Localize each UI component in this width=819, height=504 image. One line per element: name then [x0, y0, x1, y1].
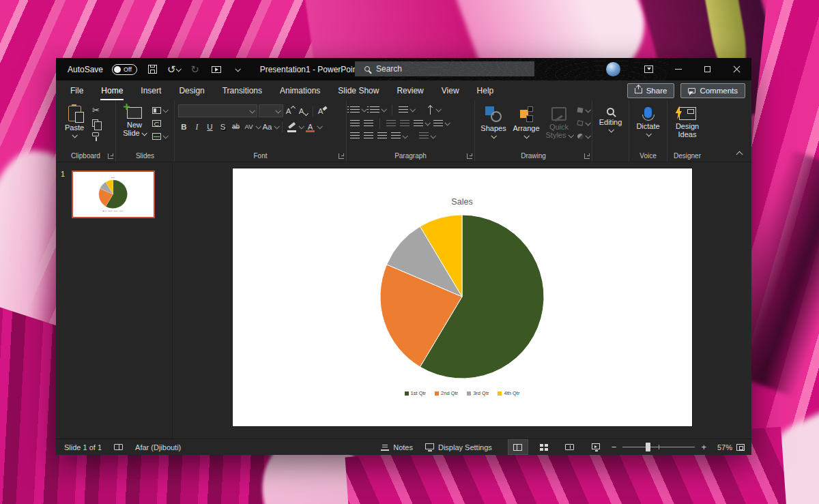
shapes-button[interactable]: Shapes [478, 103, 508, 150]
collapse-ribbon-button[interactable] [736, 151, 743, 158]
copy-button[interactable] [92, 119, 100, 128]
list-level-button[interactable] [399, 106, 414, 115]
arrange-button[interactable]: Arrange [511, 103, 541, 150]
shape-effects-button[interactable] [577, 132, 590, 140]
comments-button[interactable]: Comments [680, 83, 745, 98]
pie-chart[interactable] [98, 179, 128, 209]
customize-qat-button[interactable] [231, 62, 244, 77]
font-name-combobox[interactable] [178, 104, 257, 117]
section-button[interactable] [152, 132, 167, 140]
quick-styles-button[interactable]: QuickStyles [544, 103, 574, 150]
font-color-button[interactable]: A [304, 121, 316, 132]
normal-view-button[interactable] [508, 439, 528, 455]
cut-button[interactable]: ✂ [92, 106, 100, 115]
tab-home[interactable]: Home [92, 80, 132, 100]
design-ideas-button[interactable]: DesignIdeas [672, 103, 702, 150]
font-dialog-launcher[interactable] [339, 153, 344, 159]
share-button[interactable]: Share [627, 83, 675, 98]
chart-title[interactable]: Sales [451, 197, 472, 207]
bold-button[interactable]: B [178, 121, 190, 132]
format-painter-button[interactable] [92, 132, 100, 140]
language-indicator[interactable]: Afar (Djibouti) [129, 439, 187, 455]
tab-animations[interactable]: Animations [271, 80, 329, 100]
line-spacing-button[interactable] [414, 119, 429, 128]
text-highlight-button[interactable] [286, 121, 298, 132]
slideshow-view-button[interactable] [586, 439, 606, 455]
character-spacing-button[interactable]: AV [243, 121, 255, 132]
align-center-button[interactable] [364, 132, 373, 140]
spell-check-button[interactable] [108, 439, 129, 455]
zoom-out-button[interactable]: − [612, 443, 617, 451]
bullets-button[interactable] [350, 106, 366, 115]
slide-indicator[interactable]: Slide 1 of 1 [56, 439, 108, 455]
display-settings-button[interactable]: Display Settings [419, 439, 498, 455]
search-input[interactable] [376, 64, 506, 74]
change-case-button[interactable]: Aa [261, 121, 273, 132]
autosave-toggle[interactable]: Off [112, 64, 137, 75]
ltr-button[interactable] [386, 119, 396, 128]
tab-file[interactable]: File [61, 80, 92, 100]
align-left-button[interactable] [350, 132, 360, 140]
slide-layout-button[interactable] [152, 106, 167, 115]
text-direction-button[interactable] [428, 106, 440, 115]
rtl-button[interactable] [400, 119, 410, 128]
redo-button[interactable]: ↻ [189, 62, 201, 77]
tab-transitions[interactable]: Transitions [214, 80, 271, 100]
zoom-slider-thumb[interactable] [646, 443, 650, 451]
notes-button[interactable]: Notes [375, 439, 419, 455]
undo-button[interactable]: ↺ [167, 62, 180, 77]
pie-chart[interactable] [378, 213, 546, 381]
share-label: Share [646, 87, 667, 95]
tab-review[interactable]: Review [388, 80, 432, 100]
close-button[interactable] [722, 58, 751, 80]
italic-button[interactable]: I [191, 121, 203, 132]
chart-object[interactable]: Sales1st Qtr2nd Qtr3rd Qtr4th Qtr [233, 168, 692, 426]
align-left-icon [350, 132, 360, 140]
align-right-button[interactable] [377, 132, 387, 140]
new-slide-button[interactable]: NewSlide [119, 103, 149, 150]
numbering-button[interactable] [370, 106, 386, 115]
tab-slide-show[interactable]: Slide Show [329, 80, 388, 100]
paste-button[interactable]: Paste [59, 103, 89, 150]
chart-title[interactable]: Sales [111, 177, 115, 178]
font-size-combobox[interactable] [259, 104, 283, 117]
start-slideshow-button[interactable] [210, 62, 222, 77]
reset-slide-button[interactable] [152, 119, 167, 128]
drawing-dialog-launcher[interactable] [584, 153, 590, 159]
slide-sorter-view-button[interactable] [534, 439, 554, 455]
underline-button[interactable]: U [204, 121, 216, 132]
tab-insert[interactable]: Insert [132, 80, 170, 100]
tab-design[interactable]: Design [170, 80, 213, 100]
reading-view-button[interactable] [560, 439, 580, 455]
clipboard-dialog-launcher[interactable] [108, 153, 113, 159]
slide-thumbnail[interactable]: Sales1st Qtr2nd Qtr3rd Qtr4th Qtr [72, 171, 155, 218]
save-button[interactable] [146, 62, 158, 77]
convert-to-smartart-button[interactable] [419, 132, 435, 140]
avatar[interactable] [606, 62, 620, 76]
minimize-button[interactable] [663, 58, 693, 80]
text-shadow-button[interactable]: S [217, 121, 229, 132]
strikethrough-button[interactable]: ab [230, 121, 242, 132]
decrease-font-size-button[interactable]: A [298, 105, 309, 117]
search-box[interactable] [355, 61, 534, 76]
zoom-level[interactable]: 57% [712, 443, 732, 451]
increase-font-size-button[interactable]: A [285, 105, 296, 117]
editing-button[interactable]: Editing [596, 103, 626, 150]
shape-fill-button[interactable] [577, 106, 590, 115]
fit-slide-to-window-button[interactable] [736, 444, 745, 451]
increase-indent-button[interactable] [364, 119, 373, 128]
paragraph-dialog-launcher[interactable] [467, 153, 472, 159]
slide-canvas[interactable]: Sales1st Qtr2nd Qtr3rd Qtr4th Qtr [233, 168, 692, 426]
decrease-indent-button[interactable] [350, 119, 360, 128]
tab-view[interactable]: View [433, 80, 468, 100]
justify-button[interactable] [391, 132, 407, 140]
zoom-in-button[interactable]: + [701, 443, 706, 451]
dictate-button[interactable]: Dictate [633, 103, 663, 150]
tab-help[interactable]: Help [468, 80, 503, 100]
align-text-button[interactable] [433, 119, 449, 128]
zoom-slider[interactable] [622, 447, 695, 447]
shape-outline-button[interactable] [577, 119, 590, 128]
maximize-button[interactable] [693, 58, 722, 80]
clear-formatting-button[interactable]: A [317, 105, 328, 117]
ribbon-display-options-button[interactable] [634, 58, 663, 80]
